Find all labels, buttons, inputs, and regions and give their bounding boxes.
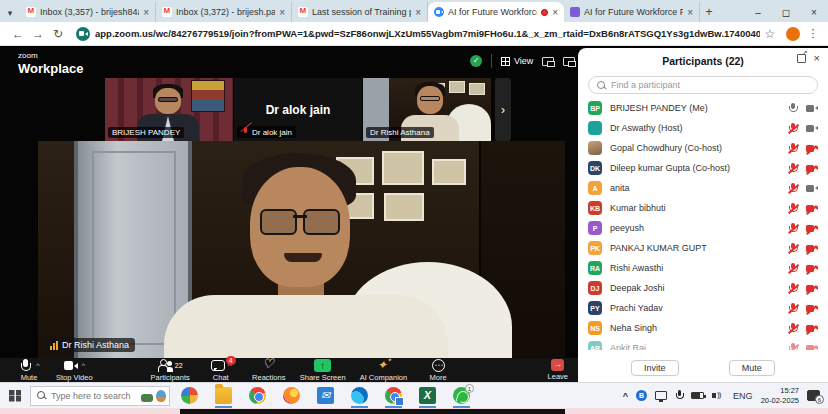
search-highlight-image[interactable] (141, 389, 167, 405)
address-bar[interactable]: app.zoom.us/wc/84276779519/join?fromPWA=… (95, 28, 760, 39)
participant-name: Prachi Yadav (610, 303, 788, 313)
taskbar-app-button[interactable] (316, 384, 335, 408)
taskbar-search-input[interactable] (51, 391, 137, 401)
participant-avatar: DJ (588, 281, 602, 295)
popout-video-icon[interactable] (563, 57, 575, 66)
tab-favicon (162, 7, 172, 17)
toolbar-button[interactable]: ^ More (421, 359, 455, 382)
participant-row[interactable]: PK PANKAJ KUMAR GUPT (578, 238, 828, 258)
toolbar-button[interactable]: ^ Stop Video (56, 359, 93, 382)
participant-name: Dr alok jain (252, 128, 292, 137)
taskbar-app-button[interactable] (350, 384, 369, 408)
browser-tab[interactable]: Inbox (3,372) - brijesh.pand × (156, 2, 292, 22)
browser-menu-icon[interactable]: ⋮ (806, 27, 820, 40)
popout-panel-icon[interactable] (797, 54, 806, 63)
participant-row[interactable]: Dr Aswathy (Host) (578, 118, 828, 138)
mute-button[interactable]: Mute (729, 360, 775, 376)
participant-row[interactable]: DK Dileep kumar Gupta (Co-host) (578, 158, 828, 178)
participant-row[interactable]: AR Ankit Raj (578, 338, 828, 350)
next-videos-chevron-icon[interactable]: › (495, 78, 511, 141)
participant-avatar: BP (588, 101, 602, 115)
forward-icon[interactable]: → (28, 27, 48, 41)
participant-row[interactable]: DJ Deepak Joshi (578, 278, 828, 298)
video-thumbnail[interactable]: BRIJESH PANDEY (105, 78, 233, 141)
windows-logo-icon (9, 390, 21, 402)
display-cast-icon[interactable] (655, 391, 667, 400)
video-thumbnail[interactable]: Dr alok jain Dr alok jain (234, 78, 362, 141)
leave-button[interactable]: Leave (548, 359, 568, 381)
battery-icon[interactable] (691, 392, 704, 399)
taskbar-app-button[interactable] (282, 384, 301, 408)
toolbar-button[interactable]: ^ Share Screen (300, 359, 346, 382)
tab-close-icon[interactable]: × (279, 7, 285, 18)
volume-icon[interactable] (712, 391, 725, 401)
toolbar-button[interactable]: ^ Mute (12, 359, 46, 382)
participant-av-status (788, 243, 818, 254)
participant-search-input[interactable] (611, 80, 809, 90)
taskbar-app-button[interactable] (214, 384, 233, 408)
toolbar-button[interactable]: 22 ^ Participants (151, 359, 190, 382)
participant-row[interactable]: BP BRIJESH PANDEY (Me) (578, 98, 828, 118)
participant-row[interactable]: RA Rishi Awasthi (578, 258, 828, 278)
security-shield-icon[interactable] (470, 55, 482, 67)
mic-status-icon (788, 243, 797, 254)
taskbar-clock[interactable]: 15:27 20-02-2025 (761, 386, 799, 405)
browser-tab[interactable]: Last session of Training prog × (292, 2, 428, 22)
taskbar-app-button[interactable] (248, 384, 267, 408)
bookmark-star-icon[interactable]: ☆ (760, 27, 780, 41)
participant-row[interactable]: Gopal Chowdhury (Co-host) (578, 138, 828, 158)
participant-row[interactable]: KB Kumar bibhuti (578, 198, 828, 218)
close-window-icon[interactable]: × (800, 7, 828, 18)
start-button[interactable] (0, 383, 30, 409)
taskbar-app-button[interactable] (418, 384, 437, 408)
participant-name: Dileep kumar Gupta (Co-host) (610, 163, 788, 173)
participant-name: Deepak Joshi (610, 283, 788, 293)
toolbar-button[interactable]: 4 ^ Chat (204, 359, 238, 382)
participant-row[interactable]: NS Neha Singh (578, 318, 828, 338)
language-indicator[interactable]: ENG (733, 391, 753, 401)
toolbar-left-group: ^ Mute ^ Stop Video (12, 359, 93, 382)
video-thumbnail[interactable]: Dr Rishi Asthana (363, 78, 491, 141)
restore-window-icon[interactable]: ◻ (772, 7, 800, 18)
participant-row[interactable]: A anita (578, 178, 828, 198)
back-icon[interactable]: ← (8, 27, 28, 41)
browser-tab[interactable]: Inbox (3,357) - brijesh84aca × (20, 2, 156, 22)
tray-mic-icon[interactable] (675, 390, 683, 401)
taskbar-app-button[interactable] (180, 384, 199, 408)
tab-close-icon[interactable]: × (552, 7, 558, 18)
action-center-button[interactable]: 6 (807, 390, 820, 401)
chevron-up-icon[interactable]: ^ (81, 361, 85, 370)
browser-tab[interactable]: AI for Future Workforce Pro × (564, 2, 700, 22)
taskbar-app-button[interactable] (384, 384, 403, 408)
participant-av-status (788, 123, 818, 134)
mic-status-icon (788, 183, 797, 194)
tab-close-icon[interactable]: × (415, 7, 421, 18)
tab-search-icon[interactable]: ▾ (0, 4, 20, 22)
minimize-window-icon[interactable]: – (744, 7, 772, 18)
participant-name: peeyush (610, 223, 788, 233)
close-panel-icon[interactable]: × (814, 54, 820, 63)
chevron-up-icon[interactable]: ^ (36, 361, 40, 370)
speaker-figure (284, 253, 322, 262)
view-button[interactable]: View (501, 56, 533, 66)
toolbar-button[interactable]: ^ AI Companion (360, 359, 408, 382)
browser-tab[interactable]: AI for Future Workforce × (428, 2, 564, 22)
participant-row[interactable]: P peeyush (578, 218, 828, 238)
toolbar-button[interactable]: ^ Reactions (252, 359, 286, 382)
app-icon (419, 387, 436, 404)
browser-profile-avatar[interactable] (786, 27, 800, 41)
tab-close-icon[interactable]: × (143, 7, 149, 18)
minimize-video-icon[interactable] (542, 57, 554, 66)
tab-close-icon[interactable]: × (687, 7, 693, 18)
tab-title: Last session of Training prog (312, 7, 411, 17)
tray-expand-icon[interactable]: ^ (623, 391, 628, 401)
invite-button[interactable]: Invite (631, 360, 679, 376)
participant-row[interactable]: PY Prachi Yadav (578, 298, 828, 318)
participant-name: Neha Singh (610, 323, 788, 333)
bluetooth-icon[interactable]: B (636, 390, 647, 401)
refresh-icon[interactable]: ↻ (48, 27, 68, 41)
taskbar-app-button[interactable]: 1 (452, 384, 471, 408)
new-tab-button[interactable]: + (700, 4, 718, 22)
mic-status-icon (788, 203, 797, 214)
tab-title: AI for Future Workforce Pro (584, 7, 683, 17)
